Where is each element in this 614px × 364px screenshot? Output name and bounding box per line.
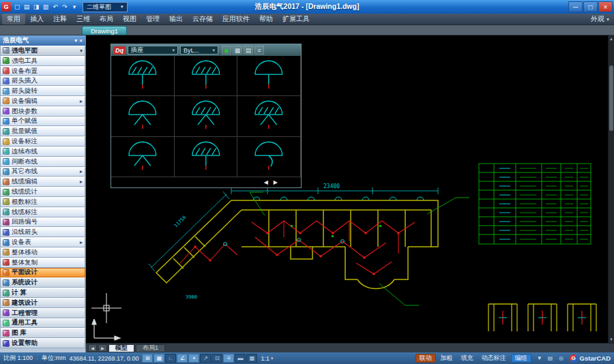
menu-tab-8[interactable]: 云存储 <box>188 14 218 25</box>
layer-style-dropdown[interactable]: ByL... ▾ <box>180 46 218 55</box>
brand-badge[interactable]: G GstarCAD <box>570 354 611 363</box>
drawing-canvas[interactable]: Dq 插座 ▾ ByL... ▾ ◉▦▤≡ ◀ <box>86 35 614 343</box>
undo-icon[interactable]: ↶ <box>50 2 60 12</box>
menu-tab-2[interactable]: 注释 <box>48 14 72 25</box>
toggle-linked-move[interactable]: 联动 <box>415 354 436 363</box>
lineweight-icon[interactable]: ▬ <box>235 354 246 363</box>
sidebar-pin-icon[interactable]: ▾ <box>74 37 77 44</box>
sidebar-item-project-manage[interactable]: 工程管理 <box>0 308 85 318</box>
sidebar-close-icon[interactable]: × <box>79 37 83 44</box>
toggle-dynamic-dim[interactable]: 动态标注 <box>478 354 510 363</box>
sidebar-item-count-label[interactable]: 根数标注 <box>0 197 85 207</box>
menu-tab-6[interactable]: 管理 <box>141 14 164 25</box>
ortho-toggle-icon[interactable]: ∟ <box>165 354 176 363</box>
minimize-button[interactable]: ─ <box>568 1 583 12</box>
sidebar-item-along-line-arrow[interactable]: 沿线箭头 <box>0 227 85 237</box>
symbol-category-dropdown[interactable]: 插座 ▾ <box>128 46 178 55</box>
appearance-menu[interactable]: 外观 ▾ <box>591 14 612 24</box>
toggle-group[interactable]: 编组 <box>511 354 531 363</box>
list-view-icon[interactable]: ▤ <box>244 46 253 55</box>
sidebar-item-calculate[interactable]: 计 算 <box>0 288 85 298</box>
socket-symbol-5[interactable] <box>175 96 238 136</box>
sidebar-item-cable-stats[interactable]: 线缆统计 <box>0 187 85 197</box>
menu-tab-1[interactable]: 插入 <box>25 14 48 25</box>
sidebar-item-block-library[interactable]: 图 库 <box>0 328 85 338</box>
vertical-scrollbar[interactable]: ▲ ▼ <box>608 35 614 343</box>
close-button[interactable]: × <box>598 1 613 12</box>
redo-icon[interactable]: ↷ <box>60 2 70 12</box>
sidebar-item-broken-wiring[interactable]: 间断布线 <box>0 157 85 167</box>
grid-toggle-icon[interactable]: ▦ <box>154 354 164 363</box>
notification-icon[interactable]: ◎ <box>557 354 566 363</box>
scrollbar-thumb[interactable] <box>609 65 613 131</box>
scroll-down-icon[interactable]: ▼ <box>609 336 614 343</box>
layout-tab-layout1[interactable]: 布局1 <box>136 344 165 352</box>
palette-menu-icon[interactable]: ≡ <box>254 46 264 55</box>
scale-indicator[interactable]: 比例 1:100 <box>3 354 33 363</box>
open-file-icon[interactable]: ▤ <box>22 2 31 12</box>
document-tab-drawing1[interactable]: Drawing1 <box>82 26 127 35</box>
new-file-icon[interactable]: ▢ <box>12 2 22 12</box>
sidebar-item-cable-label[interactable]: 线缆标注 <box>0 207 85 217</box>
menu-tab-10[interactable]: 帮助 <box>254 14 278 25</box>
scroll-up-icon[interactable]: ▲ <box>609 35 614 42</box>
polar-toggle-icon[interactable]: ∠ <box>177 354 188 363</box>
dyn-input-icon[interactable]: ≡ <box>223 354 234 363</box>
toggle-fill[interactable]: 填充 <box>458 354 477 363</box>
toggle-bold-lines[interactable]: 加粗 <box>437 354 456 363</box>
transparency-icon[interactable]: ▩ <box>246 354 257 363</box>
sidebar-header[interactable]: 浩辰电气 ▾ × <box>0 35 85 46</box>
plot-icon[interactable]: ▤ <box>546 354 555 363</box>
sidebar-item-device-edit[interactable]: 设备编辑▸ <box>0 96 85 106</box>
sidebar-item-device-layout[interactable]: 设备布置 <box>0 66 85 76</box>
sidebar-item-settings-help[interactable]: 设置帮助 <box>0 338 85 348</box>
workspace-switcher[interactable]: 二维草图 ▾ <box>83 2 128 12</box>
socket-symbol-6[interactable] <box>237 96 301 136</box>
sidebar-item-device-table[interactable]: 设备表▸ <box>0 237 85 247</box>
menu-tab-0[interactable]: 常用 <box>2 14 25 25</box>
socket-symbol-2[interactable] <box>175 56 238 96</box>
sidebar-item-arrow-insert[interactable]: 箭头插入 <box>0 76 85 86</box>
sidebar-item-common-tools[interactable]: 通用工具 <box>0 318 85 329</box>
grid-view-icon[interactable]: ▦ <box>233 46 242 55</box>
sidebar-item-single-assign[interactable]: 单个赋值 <box>0 117 85 127</box>
maximize-button[interactable]: □ <box>583 1 598 12</box>
sidebar-item-power-tools[interactable]: 强电工具 <box>0 56 85 66</box>
filter-icon[interactable]: ▼ <box>535 354 544 363</box>
print-icon[interactable]: ▥ <box>41 2 50 12</box>
sidebar-item-building-design[interactable]: 建筑设计 <box>0 298 85 308</box>
sidebar-item-other-wiring[interactable]: 其它布线▸ <box>0 167 85 177</box>
dyn-ucs-icon[interactable]: ⊡ <box>211 354 222 363</box>
sidebar-item-continuous-wiring[interactable]: 连续布线 <box>0 147 85 157</box>
osnap-toggle-icon[interactable]: ⌖ <box>188 354 199 363</box>
palette-header[interactable]: Dq 插座 ▾ ByL... ▾ ◉▦▤≡ <box>111 44 301 56</box>
sidebar-item-move-all[interactable]: 整体移动 <box>0 247 85 258</box>
socket-symbol-4[interactable] <box>111 96 175 136</box>
insert-block-icon[interactable]: ◉ <box>222 46 231 55</box>
sidebar-item-circuit-number[interactable]: 回路编号 <box>0 217 85 228</box>
sidebar-item-power-plane[interactable]: 强电平面▾ <box>0 46 85 56</box>
quick-access-dropdown-icon[interactable]: ▾ <box>70 2 79 12</box>
sidebar-item-plane-design[interactable]: 平面设计 <box>0 268 85 278</box>
layout-next-icon[interactable]: ▶ <box>98 344 107 352</box>
menu-tab-5[interactable]: 视图 <box>118 14 141 25</box>
menu-tab-9[interactable]: 应用软件 <box>218 14 254 25</box>
sidebar-item-system-design[interactable]: 系统设计 <box>0 277 85 288</box>
symbol-palette-window[interactable]: Dq 插座 ▾ ByL... ▾ ◉▦▤≡ ◀ <box>111 44 302 188</box>
socket-symbol-3[interactable] <box>237 56 301 96</box>
sidebar-item-device-label[interactable]: 设备标注 <box>0 136 85 147</box>
snap-toggle-icon[interactable]: ⊞ <box>142 354 153 363</box>
sidebar-item-copy-all[interactable]: 整体复制 <box>0 258 85 268</box>
menu-tab-7[interactable]: 输出 <box>164 14 188 25</box>
zoom-control[interactable]: 1:1 ▾ <box>261 355 273 362</box>
socket-symbol-1[interactable] <box>111 56 175 96</box>
layout-prev-icon[interactable]: ◀ <box>88 344 97 352</box>
sidebar-item-block-params[interactable]: 图块参数 <box>0 106 85 117</box>
layout-tab-model[interactable]: 模型 <box>108 344 134 352</box>
otrack-toggle-icon[interactable]: ↗ <box>200 354 211 363</box>
save-icon[interactable]: ◨ <box>31 2 41 12</box>
menu-tab-11[interactable]: 扩展工具 <box>278 14 315 25</box>
sidebar-item-batch-assign[interactable]: 批量赋值 <box>0 126 85 136</box>
sidebar-item-cable-edit[interactable]: 线缆编辑▸ <box>0 177 85 187</box>
app-logo-icon[interactable]: G <box>1 2 11 12</box>
